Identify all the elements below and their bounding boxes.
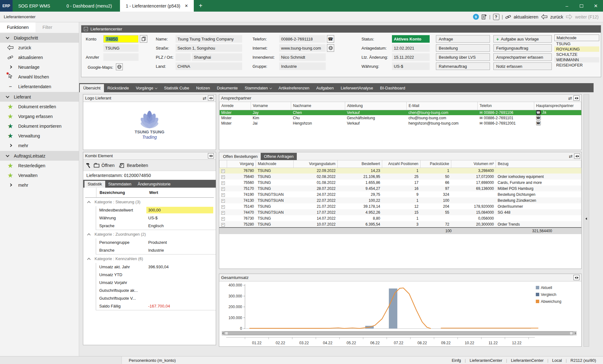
close-tab-icon[interactable]: ✕ [185,3,188,8]
kombi-row[interactable]: Umsatz Vorjahr [96,279,216,286]
expand-row-icon[interactable]: + [221,205,225,209]
bestellung-row[interactable]: +74130TSUNGTSUAN22.07.2022100,221100Best… [220,197,581,203]
bestellung-row[interactable]: +75140TSUNG21.07.202239.178,1412204178,9… [220,203,581,209]
expand-row-icon[interactable]: + [221,211,225,215]
phone-icon[interactable]: ☎ [536,110,541,115]
column-header[interactable]: Vorgang [227,160,256,168]
ansprechpartner-row[interactable]: MisterJayChenVerkaufchen@tsung-tsung.com… [220,110,581,115]
phone-icon[interactable]: ☎ [327,35,334,43]
tab--bersicht[interactable]: Übersicht [80,84,104,92]
tab-aufgaben[interactable]: Aufgaben [313,84,337,92]
refresh-panel-icon[interactable]: ⇄ [568,96,572,101]
tab-lieferantencenter[interactable]: 1 - Lieferantencenter (p543) ✕ [120,0,193,12]
ort-field[interactable]: Shanghai [192,53,242,61]
field-value[interactable]: CHINA [176,62,242,70]
phone-icon[interactable]: ☎ [536,121,541,126]
matchcode-item[interactable]: REISEHOFER [554,62,599,68]
anrufer-field[interactable] [103,53,139,61]
expand-row-icon[interactable]: + [221,217,225,221]
notification-badge[interactable]: 9 [473,14,479,20]
column-header[interactable]: Matchcode [256,160,294,168]
field-value[interactable]: www.tsung-tsung.com [279,44,326,52]
action-button-aufgabe-aus-vorlage[interactable]: +Aufgabe aus Vorlage [493,35,552,43]
field-value[interactable]: 00886-2-7691118 [279,35,326,43]
kombi-tab-stammdaten[interactable]: Stammdaten [105,181,135,188]
kombi-row[interactable]: PersonengruppeProduzent [96,238,216,246]
bestellung-row[interactable]: +76780TSUNG22.09.202214,23113,298400 [220,168,581,174]
expand-row-icon[interactable]: + [221,223,225,227]
collapse-panel-icon[interactable]: – [84,27,88,31]
maximize-button[interactable] [574,0,589,12]
phone-icon[interactable]: ☎ [536,115,541,120]
refresh-panel-icon[interactable]: ⇄ [203,96,206,101]
sidebar-item-resterledigen[interactable]: ★Resterledigen [0,161,79,170]
sidebar-item-aktualisieren[interactable]: aktualisieren [0,52,79,62]
sidebar-item-dokument-importieren[interactable]: ★Dokument importieren [0,121,79,131]
tab-offene-anfragen[interactable]: Offene Anfragen [261,153,296,160]
splitter-strip[interactable] [584,94,589,347]
sidebar-section-header[interactable]: AuftragsLeitsatz [0,151,79,161]
sidebar-item-mehr[interactable]: mehr [0,141,79,150]
tab-dokumente[interactable]: Dokumente [214,84,241,92]
kombi-tab-statistik[interactable]: Statistik [84,181,105,188]
edit-icon[interactable] [119,163,125,168]
ansprechpartner-row[interactable]: MisterKimChuGeschäftsleitungchu@tsung-ts… [220,115,581,120]
expand-row-icon[interactable]: + [221,187,225,191]
column-header[interactable]: Nachname [291,102,345,110]
action-button-notiz-erfassen[interactable]: Notiz erfassen [493,62,552,70]
sidebar-item-verwalten[interactable]: ★Verwalten [0,170,79,180]
bestellung-row[interactable]: +75640TSUNG02.08.202221.106,95255017,072… [220,174,581,179]
tab-offen-bestellungen[interactable]: Offen Bestellungen [220,153,261,160]
field-value[interactable]: Nico Schmidt [279,53,326,61]
sidebar-item-neuanlage[interactable]: Neuanlage [0,62,79,72]
expand-panel-icon[interactable] [208,95,214,101]
column-header[interactable]: Telefon [478,102,534,110]
column-header[interactable]: Abteilung [345,102,407,110]
sidebar-tab-filter[interactable]: Filter [35,22,59,32]
column-header[interactable]: Bestellwert [338,160,382,168]
expand-row-icon[interactable]: + [221,181,225,185]
action-button-rahmenauftrag[interactable]: Rahmenauftrag [436,62,490,70]
new-tab-button[interactable]: + [194,0,208,12]
refresh-icon[interactable] [505,14,511,19]
plz-field[interactable] [176,53,191,61]
bestellung-row[interactable]: +74190TSUNGTSUAN24.07.202229,759324Beste… [220,191,581,197]
sidebar-item-lieferantendaten[interactable]: −Lieferantendaten [0,82,79,91]
bestellung-row[interactable]: +74470TSUNGTSUAN17.07.20224.952,26155515… [220,209,581,215]
tab-stammdaten[interactable]: Stammdaten [241,84,275,92]
kombi-group-header[interactable]: Kategorie : Zuordnungen (2) [83,230,216,238]
column-header[interactable]: Volumen m³ [451,160,496,168]
expand-panel-icon[interactable] [574,153,580,159]
action-button-bestellung[interactable]: Bestellung [436,44,490,52]
matchcode-item[interactable]: SCHULTZE [554,52,599,57]
globe-icon[interactable] [327,44,334,52]
column-header[interactable]: Vorname [251,102,291,110]
matchcode-item[interactable]: WEINMANN [554,57,599,62]
ansprechpartner-row[interactable]: MisterJaiHengshzonVerkaufhengshzon@tsung… [220,120,581,126]
bestellung-row[interactable]: +75560TSUNG01.08.20221.655,86176617,6980… [220,179,581,185]
clipboard-add-icon[interactable] [481,14,487,20]
sidebar-section-header[interactable]: Dialogschritt [0,33,79,43]
field-value[interactable]: US-$ [392,62,430,70]
konto-matchcode-field[interactable]: TSUNG [103,44,139,52]
matchcode-item[interactable]: TSUNG [554,41,599,46]
back-arrow-icon[interactable] [541,14,548,19]
tab-dashboard[interactable]: 0 - Dashboard (menu2) [58,0,120,12]
expand-panel-icon[interactable] [208,153,214,158]
sidebar-item-mehr[interactable]: mehr [0,180,79,190]
sidebar-tab-funktionen[interactable]: Funktionen [0,22,35,32]
column-header[interactable]: Hauptansprechpartner [534,102,581,110]
column-header[interactable]: E-Mail [407,102,478,110]
refresh-label[interactable]: aktualisieren [513,14,538,19]
column-header[interactable]: Bezug [496,160,581,168]
tab-vorg-nge[interactable]: Vorgänge [133,84,161,92]
field-value[interactable]: Section 1, Songshou [176,44,242,52]
hammer-icon[interactable] [86,163,92,168]
bestellung-row[interactable]: +75280TSUNG10.07.20226.395,5437220,30000… [220,221,581,227]
kombi-row[interactable]: SpracheEnglisch [96,222,216,230]
matchcode-item[interactable]: ROYALKING [554,46,599,52]
field-value[interactable]: Aktives Konto [392,35,430,43]
field-value[interactable]: 12.02.2021 [392,44,430,52]
tab-lieferwertanalyse[interactable]: LieferwertAnalyse [337,84,377,92]
column-header[interactable]: Anrede [220,102,251,110]
